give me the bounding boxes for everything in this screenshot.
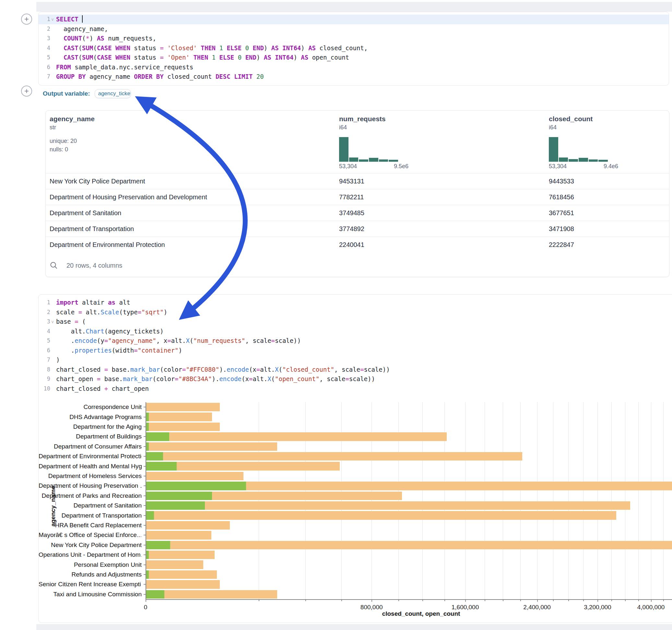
- hist-max-label: 9.4e6: [604, 163, 618, 170]
- gridline: [611, 402, 612, 599]
- histogram-bar: [369, 158, 378, 162]
- closed-count-bar: [146, 531, 211, 539]
- page-bottom-strip: [36, 624, 672, 630]
- y-axis-label: Personal Exemption Unit: [39, 561, 142, 568]
- code-line: 10chart_closed + chart_open: [39, 384, 672, 394]
- x-axis-tick-label: 4,000,000: [637, 604, 665, 611]
- open-count-bar: [146, 482, 246, 490]
- sql-code-editor[interactable]: 1vSELECT 2 agency_name,3 COUNT(*) AS num…: [39, 15, 669, 82]
- gutter-spacer: [50, 327, 55, 337]
- table-row[interactable]: Department of Environmental Protection22…: [46, 237, 669, 252]
- code-line: 9chart_open = base.mark_bar(color="#8BC3…: [39, 374, 672, 384]
- code-line: 7GROUP BY agency_name ORDER BY closed_co…: [39, 72, 669, 82]
- gridline: [597, 402, 598, 599]
- closed-count-bar: [146, 422, 220, 431]
- gutter-spacer: [50, 346, 55, 356]
- table-row[interactable]: Department of Housing Preservation and D…: [46, 189, 669, 205]
- gridline: [485, 402, 485, 599]
- table-cell-closed-count: 3677651: [549, 205, 574, 221]
- fold-caret-icon[interactable]: v: [50, 15, 55, 25]
- y-axis-label: New York City Police Department: [39, 541, 142, 549]
- column-header-closed-count[interactable]: closed_count: [549, 115, 593, 123]
- column-header-num-requests[interactable]: num_requests: [339, 115, 386, 123]
- row-column-count: 20 rows, 4 columns: [67, 262, 122, 269]
- gutter-spacer: [50, 34, 55, 44]
- y-axis-label: Department of Consumer Affairs: [39, 443, 142, 450]
- column-dtype: i64: [549, 124, 557, 131]
- open-count-bar: [146, 462, 177, 470]
- open-count-bar: [146, 541, 170, 549]
- code-line: 5 CAST(SUM(CASE WHEN status = 'Open' THE…: [39, 53, 669, 63]
- y-axis-label: Refunds and Adjustments: [39, 571, 142, 578]
- gridline: [259, 402, 259, 599]
- code-line: 5 .encode(y="agency_name", x=alt.X("num_…: [39, 336, 672, 346]
- add-cell-button-top[interactable]: +: [21, 14, 32, 25]
- x-axis-line: [146, 599, 672, 600]
- open-count-bar: [146, 511, 154, 519]
- gutter-spacer: [50, 25, 55, 34]
- table-cell-closed-count: 7618456: [549, 189, 574, 205]
- y-axis-label: Department of Environmental Protection: [39, 453, 142, 460]
- closed-count-bar: [146, 413, 212, 421]
- table-cell-num-requests: 9453131: [339, 173, 364, 189]
- gridline: [371, 402, 372, 599]
- y-axis-line: [146, 402, 146, 599]
- dataframe-preview: agency_name str unique: 20 nulls: 0 num_…: [45, 110, 669, 277]
- closed-count-bar: [146, 580, 220, 588]
- fold-caret-icon[interactable]: v: [50, 317, 55, 327]
- gutter-spacer: [50, 44, 55, 53]
- y-axis-label: Mayorâ€ s Office of Special Enforce…: [39, 532, 142, 539]
- gridline: [638, 402, 639, 599]
- open-count-bar: [146, 492, 212, 500]
- gridline: [341, 402, 342, 599]
- table-row[interactable]: Department of Sanitation37494853677651: [46, 205, 669, 221]
- y-axis-label: Correspondence Unit: [39, 404, 142, 411]
- gridline: [445, 402, 445, 599]
- gridline: [663, 402, 664, 599]
- add-cell-button-output[interactable]: +: [21, 86, 32, 97]
- table-row[interactable]: New York City Police Department945313194…: [46, 173, 669, 189]
- table-cell-agency-name: New York City Police Department: [50, 173, 145, 189]
- code-line: 3 COUNT(*) AS num_requests,: [39, 34, 669, 43]
- gridline: [583, 402, 583, 599]
- output-variable-label: Output variable:: [43, 90, 90, 97]
- closed-count-bar: [146, 521, 230, 530]
- closed-count-bar: [146, 403, 220, 411]
- gridline: [537, 402, 537, 599]
- gridline: [465, 402, 465, 599]
- code-line: 1vSELECT: [39, 15, 669, 24]
- open-count-bar: [146, 452, 163, 461]
- table-cell-closed-count: 9443533: [549, 173, 574, 189]
- gutter-spacer: [50, 374, 55, 384]
- histogram-bar: [349, 158, 359, 162]
- table-cell-num-requests: 3774892: [339, 221, 364, 237]
- column-meta-nulls: nulls: 0: [50, 146, 68, 153]
- histogram-bar: [579, 158, 588, 162]
- gutter-spacer: [50, 72, 55, 82]
- search-icon[interactable]: [50, 261, 58, 270]
- gridline: [503, 402, 503, 599]
- code-line: 7): [39, 355, 672, 365]
- x-axis-tick-label: 3,200,000: [584, 604, 611, 611]
- python-cell: 1import altair as alt2scale = alt.Scale(…: [38, 294, 672, 623]
- y-axis-label: Department of Health and Mental Hyg…: [39, 463, 142, 470]
- table-row[interactable]: Department of Transportation377489234719…: [46, 221, 669, 237]
- closed-count-bar: [146, 551, 215, 559]
- table-cell-num-requests: 2240041: [339, 237, 364, 253]
- code-line: 8chart_closed = base.mark_bar(color="#FF…: [39, 365, 672, 374]
- column-header-agency-name[interactable]: agency_name: [50, 115, 95, 123]
- y-axis-label: Department of Sanitation: [39, 502, 142, 509]
- gutter-spacer: [50, 356, 55, 365]
- open-count-bar: [146, 432, 169, 441]
- table-cell-num-requests: 7782211: [339, 189, 364, 205]
- x-axis-tick-label: 1,600,000: [452, 604, 479, 611]
- histogram-bar: [549, 137, 558, 162]
- output-variable-pill[interactable]: agency_tickets: [95, 89, 131, 98]
- closed-count-bar: [146, 442, 277, 451]
- column-meta-unique: unique: 20: [50, 138, 77, 145]
- table-cell-agency-name: Department of Housing Preservation and D…: [50, 189, 207, 205]
- python-code-editor[interactable]: 1import altair as alt2scale = alt.Scale(…: [39, 298, 672, 393]
- table-cell-closed-count: 2222847: [549, 237, 574, 253]
- histogram-bar: [559, 158, 568, 162]
- gridline: [553, 402, 553, 599]
